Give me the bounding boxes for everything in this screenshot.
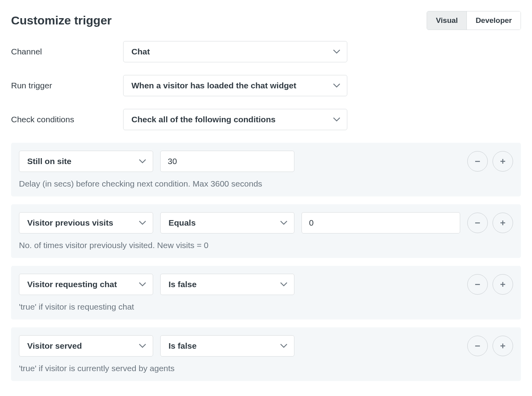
condition-help: No. of times visitor previously visited.… <box>19 241 513 250</box>
condition-field-select[interactable]: Still on site <box>19 151 153 172</box>
condition-help: 'true' if visitor is requesting chat <box>19 302 513 312</box>
minus-icon <box>474 281 481 288</box>
condition-field-select[interactable]: Visitor requesting chat <box>19 274 153 295</box>
plus-icon <box>500 220 506 226</box>
minus-icon <box>474 158 481 164</box>
svg-rect-6 <box>475 284 480 285</box>
condition-field-select[interactable]: Visitor previous visits <box>19 212 153 233</box>
svg-rect-5 <box>502 220 503 225</box>
remove-condition-button[interactable] <box>467 151 488 172</box>
condition-operator-select[interactable]: Equals <box>160 212 294 233</box>
remove-condition-button[interactable] <box>467 213 488 233</box>
minus-icon <box>474 220 481 226</box>
label-run-trigger: Run trigger <box>11 81 123 90</box>
check-conditions-select[interactable]: Check all of the following conditions <box>123 109 347 130</box>
tab-developer[interactable]: Developer <box>466 11 521 30</box>
add-condition-button[interactable] <box>493 151 513 172</box>
view-toggle: Visual Developer <box>427 11 521 30</box>
run-trigger-select[interactable]: When a visitor has loaded the chat widge… <box>123 75 347 96</box>
add-condition-button[interactable] <box>493 213 513 233</box>
condition-help: Delay (in secs) before checking next con… <box>19 179 513 189</box>
label-channel: Channel <box>11 47 123 56</box>
condition-block: Visitor previous visits Equals <box>11 204 521 258</box>
condition-block: Still on site Delay (in secs) before che… <box>11 143 521 196</box>
add-condition-button[interactable] <box>493 336 513 356</box>
remove-condition-button[interactable] <box>467 336 488 356</box>
svg-rect-2 <box>502 159 503 164</box>
remove-condition-button[interactable] <box>467 274 488 295</box>
svg-rect-9 <box>475 346 480 346</box>
condition-value-input[interactable] <box>160 151 294 172</box>
plus-icon <box>500 343 506 349</box>
channel-select[interactable]: Chat <box>123 41 347 62</box>
condition-field-select[interactable]: Visitor served <box>19 335 153 357</box>
condition-block: Visitor served Is false 'true' i <box>11 327 521 381</box>
tab-visual[interactable]: Visual <box>427 11 466 30</box>
condition-value-input[interactable] <box>302 212 460 233</box>
svg-rect-11 <box>502 344 503 348</box>
svg-rect-0 <box>475 161 480 162</box>
label-check-conditions: Check conditions <box>11 115 123 124</box>
condition-operator-select[interactable]: Is false <box>160 335 294 357</box>
add-condition-button[interactable] <box>493 274 513 295</box>
condition-operator-select[interactable]: Is false <box>160 274 294 295</box>
svg-rect-3 <box>475 222 480 223</box>
condition-help: 'true' if visitor is currently served by… <box>19 364 513 373</box>
minus-icon <box>474 343 481 349</box>
page-title: Customize trigger <box>11 14 112 27</box>
condition-block: Visitor requesting chat Is false <box>11 266 521 319</box>
plus-icon <box>500 281 506 288</box>
svg-rect-8 <box>502 282 503 287</box>
plus-icon <box>500 158 506 164</box>
